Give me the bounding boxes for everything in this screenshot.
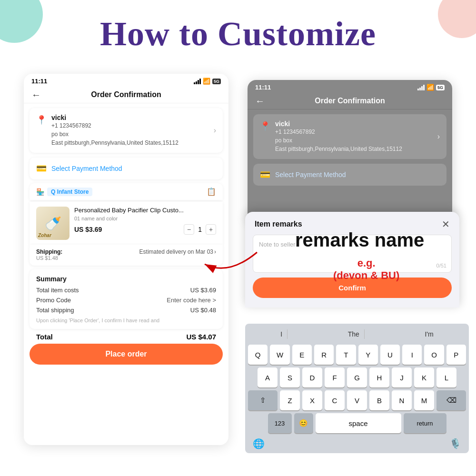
address-phone-right: +1 1234567892 <box>275 128 433 136</box>
store-tag: Q Infant Store <box>47 188 92 196</box>
modal-char-count: 0/51 <box>436 263 446 268</box>
note-icon[interactable]: 📋 <box>207 188 216 196</box>
back-button-left[interactable]: ← <box>31 89 41 100</box>
key-g[interactable]: G <box>347 367 367 387</box>
product-row-left: 🍼 Zohar Personalized Baby Pacifier Clip … <box>30 202 223 245</box>
summary-row-promo[interactable]: Promo Code Enter code here > <box>36 297 216 304</box>
keyboard-suggestions: I The I'm <box>248 327 466 341</box>
key-return[interactable]: return <box>404 413 446 433</box>
header-title-right: Order Confirmation <box>315 97 385 105</box>
product-image-left: 🍼 Zohar <box>36 207 69 240</box>
address-info-left: vicki +1 1234567892 po box East pittsbur… <box>51 114 209 147</box>
address-name-left: vicki <box>51 114 209 121</box>
product-price-left: US $3.69 <box>74 226 102 233</box>
key-k[interactable]: K <box>414 367 434 387</box>
total-amount: US $4.07 <box>186 333 216 341</box>
key-s[interactable]: S <box>280 367 300 387</box>
page-header-right: ← Order Confirmation <box>248 93 452 109</box>
summary-card-left: Summary Total item costs US $3.69 Promo … <box>30 269 223 329</box>
key-z[interactable]: Z <box>280 390 300 410</box>
key-j[interactable]: J <box>392 367 412 387</box>
time-right: 11:11 <box>255 84 271 91</box>
qty-control-left: − 1 + <box>184 224 216 235</box>
payment-icon-left: 💳 <box>36 163 47 174</box>
payment-label-right: Select Payment Method <box>275 171 346 178</box>
key-row-bottom: 123 😊 space return <box>248 413 466 433</box>
annotation-remarks-name: remarks name <box>295 228 424 251</box>
product-info-left: Personalized Baby Pacifier Clip Custo...… <box>74 207 216 240</box>
globe-icon[interactable]: 🌐 <box>253 438 265 449</box>
right-phone: 11:11 📶 5G ← Order Confirmation 📍 vicki … <box>248 80 452 223</box>
store-header-left: 🏪 Q Infant Store 📋 <box>30 183 223 200</box>
keyboard: I The I'm Q W E R T Y U I O P A S D F G … <box>245 324 469 453</box>
key-y[interactable]: Y <box>358 345 378 365</box>
key-u[interactable]: U <box>380 345 400 365</box>
key-num[interactable]: 123 <box>268 413 292 433</box>
key-c[interactable]: C <box>325 390 345 410</box>
status-bar-right: 11:11 📶 5G <box>248 80 452 93</box>
key-q[interactable]: Q <box>248 345 268 365</box>
wifi-icon: 📶 <box>203 78 210 85</box>
suggestion-i[interactable]: I <box>276 329 288 339</box>
promo-value[interactable]: Enter code here > <box>167 297 216 304</box>
address-info-right: vicki +1 1234567892 po box East pittsbur… <box>275 120 433 153</box>
place-order-button[interactable]: Place order <box>30 344 223 365</box>
key-d[interactable]: D <box>302 367 322 387</box>
key-x[interactable]: X <box>302 390 322 410</box>
address-pobox-left: po box <box>51 130 209 139</box>
status-bar-left: 11:11 📶 5G <box>24 74 228 87</box>
key-emoji[interactable]: 😊 <box>294 413 313 433</box>
key-row-1: Q W E R T Y U I O P <box>248 345 466 365</box>
item-costs-label: Total item costs <box>36 287 79 294</box>
mic-icon[interactable]: 🎙️ <box>449 438 461 449</box>
qty-value: 1 <box>198 226 202 233</box>
payment-row-right[interactable]: 💳 Select Payment Method <box>253 164 446 186</box>
modal-close-button[interactable]: ✕ <box>442 218 450 230</box>
main-title: How to Customize <box>0 14 476 54</box>
annotation-eg: e.g. (devon & BU) <box>333 257 399 282</box>
key-shift[interactable]: ⇧ <box>248 390 278 410</box>
key-m[interactable]: M <box>414 390 434 410</box>
product-img-label: Zohar <box>38 233 51 238</box>
store-icon: 🏪 <box>36 188 44 196</box>
address-name-right: vicki <box>275 120 433 128</box>
key-p[interactable]: P <box>446 345 466 365</box>
key-l[interactable]: L <box>436 367 456 387</box>
suggestion-im[interactable]: I'm <box>420 329 438 339</box>
note-icon-wrapper: 📋 <box>207 187 216 196</box>
key-w[interactable]: W <box>270 345 289 365</box>
signal-bar-right <box>417 85 425 90</box>
key-n[interactable]: N <box>392 390 412 410</box>
key-row-2: A S D F G H J K L <box>248 367 466 387</box>
qty-increase[interactable]: + <box>206 224 216 235</box>
qty-decrease[interactable]: − <box>184 224 194 235</box>
key-o[interactable]: O <box>424 345 444 365</box>
key-row-3: ⇧ Z X C V B N M ⌫ <box>248 390 466 410</box>
key-a[interactable]: A <box>258 367 278 387</box>
time-left: 11:11 <box>31 78 47 85</box>
key-i[interactable]: I <box>402 345 422 365</box>
key-e[interactable]: E <box>292 345 312 365</box>
product-price-row: US $3.69 − 1 + <box>74 224 216 235</box>
promo-label: Promo Code <box>36 297 71 304</box>
key-b[interactable]: B <box>369 390 389 410</box>
key-t[interactable]: T <box>336 345 356 365</box>
key-f[interactable]: F <box>325 367 345 387</box>
back-button-right[interactable]: ← <box>255 96 265 107</box>
key-backspace[interactable]: ⌫ <box>436 390 466 410</box>
page-header-left: ← Order Confirmation <box>24 87 228 103</box>
key-r[interactable]: R <box>314 345 334 365</box>
suggestion-the[interactable]: The <box>343 329 365 339</box>
summary-row-shipping: Total shipping US $0.48 <box>36 307 216 314</box>
summary-footer: Upon clicking 'Place Order', I confirm I… <box>36 317 216 323</box>
key-v[interactable]: V <box>347 390 367 410</box>
payment-icon-right: 💳 <box>260 169 270 180</box>
address-card-left[interactable]: 📍 vicki +1 1234567892 po box East pittsb… <box>30 108 223 153</box>
payment-row-left[interactable]: 💳 Select Payment Method <box>30 158 223 179</box>
address-card-right[interactable]: 📍 vicki +1 1234567892 po box East pittsb… <box>253 114 446 159</box>
total-label: Total <box>36 333 53 341</box>
summary-row-items: Total item costs US $3.69 <box>36 287 216 294</box>
key-space[interactable]: space <box>316 413 401 433</box>
arrow-container <box>190 248 267 276</box>
key-h[interactable]: H <box>369 367 389 387</box>
